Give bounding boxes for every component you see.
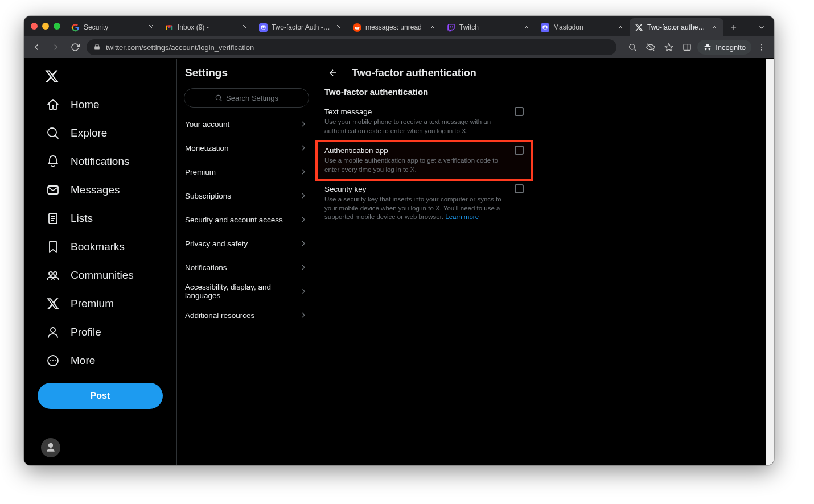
url-text: twitter.com/settings/account/login_verif… — [106, 43, 254, 52]
tab-close-button[interactable] — [617, 23, 625, 31]
option-description: Use your mobile phone to receive a text … — [324, 118, 524, 135]
settings-row[interactable]: Notifications — [177, 255, 316, 279]
x-logo[interactable] — [38, 62, 66, 90]
explore-icon — [46, 126, 60, 141]
tab-strip: Security Inbox (9) - Two-factor Auth - M… — [24, 16, 774, 36]
account-avatar[interactable] — [41, 438, 60, 457]
browser-tab[interactable]: Two-factor Auth - Masto… — [254, 18, 348, 36]
chevron-right-icon — [299, 167, 308, 176]
nav-label: Home — [71, 98, 100, 111]
option-description: Use a mobile authentication app to get a… — [324, 156, 524, 174]
reload-button[interactable] — [67, 39, 83, 55]
nav-item-premium[interactable]: Premium — [38, 290, 176, 318]
option-checkbox[interactable] — [515, 107, 524, 116]
settings-row[interactable]: Your account — [177, 112, 316, 136]
detail-back-button[interactable] — [324, 64, 342, 81]
option-name: Text message — [324, 108, 372, 116]
option-checkbox[interactable] — [515, 184, 524, 193]
browser-tab[interactable]: Inbox (9) - — [160, 18, 254, 36]
forward-button[interactable] — [48, 39, 64, 55]
home-icon — [46, 97, 60, 112]
back-button[interactable] — [28, 39, 44, 55]
minimize-window-button[interactable] — [42, 23, 49, 30]
tab-close-button[interactable] — [241, 23, 249, 31]
settings-row[interactable]: Subscriptions — [177, 184, 316, 208]
browser-tab[interactable]: Security — [66, 18, 160, 36]
settings-row[interactable]: Monetization — [177, 136, 316, 160]
browser-tab[interactable]: Twitch — [442, 18, 536, 36]
x-favicon — [634, 23, 643, 32]
nav-item-communities[interactable]: Communities — [38, 261, 176, 290]
zoom-icon[interactable] — [624, 39, 640, 55]
tab-title: Two-factor Auth - Masto… — [272, 23, 331, 31]
settings-row-label: Additional resources — [185, 311, 254, 320]
desktop: Security Inbox (9) - Two-factor Auth - M… — [0, 0, 814, 504]
tab-close-button[interactable] — [335, 23, 343, 31]
chevron-right-icon — [299, 119, 308, 129]
nav-label: Premium — [71, 298, 114, 310]
svg-marker-5 — [665, 43, 673, 51]
tab-overflow-button[interactable] — [754, 18, 770, 36]
new-tab-button[interactable] — [726, 19, 742, 35]
tab-title: messages: unread — [365, 23, 425, 31]
chevron-right-icon — [299, 143, 308, 152]
maximize-window-button[interactable] — [54, 23, 60, 30]
nav-item-more[interactable]: More — [38, 346, 176, 375]
tab-title: Twitch — [459, 23, 519, 31]
profile-icon — [46, 325, 60, 340]
reddit-favicon — [352, 23, 361, 32]
twofa-option[interactable]: Security key Use a security key that ins… — [316, 180, 532, 228]
nav-label: Lists — [71, 212, 93, 225]
tab-close-button[interactable] — [147, 23, 155, 31]
nav-item-lists[interactable]: Lists — [38, 204, 176, 233]
settings-row[interactable]: Privacy and safety — [177, 232, 316, 255]
option-description: Use a security key that inserts into you… — [324, 195, 524, 222]
settings-row[interactable]: Premium — [177, 160, 316, 184]
svg-point-3 — [630, 44, 635, 49]
option-checkbox[interactable] — [515, 146, 524, 155]
tab-title: Mastodon — [553, 23, 613, 31]
nav-item-notifications[interactable]: Notifications — [38, 147, 176, 176]
svg-point-18 — [50, 360, 51, 361]
chevron-right-icon — [299, 311, 308, 320]
browser-menu-button[interactable] — [754, 39, 770, 55]
nav-item-messages[interactable]: Messages — [38, 176, 176, 204]
tab-close-button[interactable] — [429, 23, 437, 31]
window-controls — [28, 16, 66, 36]
tab-close-button[interactable] — [523, 23, 531, 31]
close-window-button[interactable] — [31, 23, 38, 30]
nav-item-home[interactable]: Home — [38, 90, 176, 119]
bookmark-star-icon[interactable] — [661, 39, 677, 55]
settings-row-label: Security and account access — [185, 216, 283, 224]
nav-label: Notifications — [71, 155, 130, 168]
settings-row[interactable]: Additional resources — [177, 303, 316, 327]
nav-label: Communities — [71, 269, 134, 282]
twofa-option[interactable]: Text message Use your mobile phone to re… — [316, 102, 532, 141]
nav-item-bookmarks[interactable]: Bookmarks — [38, 233, 176, 261]
nav-label: Bookmarks — [71, 241, 125, 253]
browser-tab[interactable]: Mastodon — [536, 18, 630, 36]
browser-tab[interactable]: Two-factor authenticatio… — [630, 18, 723, 36]
post-button[interactable]: Post — [38, 383, 163, 409]
learn-more-link[interactable]: Learn more — [445, 213, 479, 220]
tracking-icon[interactable] — [643, 39, 659, 55]
incognito-indicator[interactable]: Incognito — [697, 40, 751, 55]
browser-tab[interactable]: messages: unread — [348, 18, 442, 36]
nav-item-explore[interactable]: Explore — [38, 119, 176, 147]
settings-search[interactable]: Search Settings — [184, 88, 309, 108]
gmail-favicon — [165, 23, 174, 32]
settings-row[interactable]: Accessibility, display, and languages — [177, 279, 316, 303]
settings-row-label: Privacy and safety — [185, 239, 248, 248]
side-panel-icon[interactable] — [679, 39, 695, 55]
detail-header-title: Two-factor authentication — [352, 67, 476, 79]
nav-item-profile[interactable]: Profile — [38, 318, 176, 346]
chevron-right-icon — [299, 239, 308, 248]
twofa-option[interactable]: Authentication app Use a mobile authenti… — [316, 141, 532, 180]
address-bar[interactable]: twitter.com/settings/account/login_verif… — [87, 39, 616, 55]
settings-row[interactable]: Security and account access — [177, 208, 316, 232]
tab-close-button[interactable] — [711, 23, 719, 31]
settings-row-label: Premium — [185, 168, 216, 176]
page-scrollbar[interactable] — [766, 59, 774, 465]
chevron-right-icon — [299, 191, 308, 200]
communities-icon — [46, 268, 60, 283]
